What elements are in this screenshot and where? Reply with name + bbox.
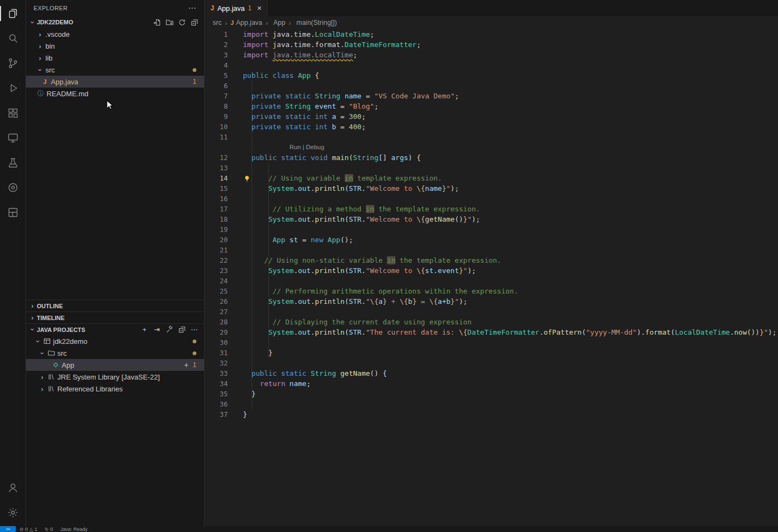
code-line-16[interactable]: 16 [205, 194, 778, 204]
code-line-31[interactable]: 31 } [205, 348, 778, 358]
code-line-19[interactable]: 19 [205, 224, 778, 235]
code-line-23[interactable]: 23 System.out.println(STR."Welcome to \{… [205, 265, 778, 276]
item-label: jdk22demo [53, 337, 88, 345]
java-project-item-app[interactable]: App+1 [26, 359, 204, 371]
code-editor[interactable]: 1import java.time.LocalDateTime;2import … [205, 29, 778, 526]
library-icon [47, 373, 56, 381]
activity-bar-tool-circle[interactable] [0, 175, 25, 200]
new-file-icon[interactable] [151, 17, 162, 28]
code-line-24[interactable]: 24 [205, 276, 778, 286]
java-project-item-referenced-libraries[interactable]: ›Referenced Libraries [26, 383, 204, 395]
activity-bar-extensions[interactable] [0, 101, 25, 125]
export-icon[interactable]: ⇥ [151, 324, 162, 335]
more-actions-icon[interactable]: ⋯ [188, 5, 196, 11]
collapse-all-icon[interactable] [189, 17, 200, 28]
code-line-29[interactable]: 29 System.out.println(STR."The current d… [205, 327, 778, 337]
chevron-right-icon: › [36, 42, 44, 50]
activity-bar-testing[interactable] [0, 150, 25, 175]
activity-bar-run-debug[interactable] [0, 76, 25, 101]
code-line-9[interactable]: 9 private static int a = 300; [205, 111, 778, 122]
refresh-icon[interactable] [176, 17, 187, 28]
sync-status[interactable]: ↻ 0 [41, 526, 57, 532]
code-line-6[interactable]: 6 [205, 81, 778, 91]
section-outline[interactable]: › OUTLINE [26, 300, 204, 311]
code-line-28[interactable]: 28 // Displaying the current date using … [205, 317, 778, 327]
code-line-37[interactable]: 37} [205, 409, 778, 420]
code-line-13[interactable]: 13 [205, 163, 778, 173]
explorer-item-app-java[interactable]: JApp.java1 [26, 76, 204, 88]
line-number: 2 [205, 39, 243, 50]
activity-bar-account[interactable] [0, 475, 25, 500]
activity-bar-remote-explorer[interactable] [0, 125, 25, 150]
code-line-33[interactable]: 33 public static String getName() { [205, 368, 778, 378]
code-line-15[interactable]: 15 System.out.println(STR."Welcome to \{… [205, 183, 778, 194]
java-status[interactable]: Java: Ready [57, 526, 91, 532]
code-line-11[interactable]: 11 [205, 132, 778, 142]
code-line-20[interactable]: 20 App st = new App(); [205, 235, 778, 245]
breadcrumb-separator: › [225, 19, 227, 27]
code-text: // Displaying the current date using exp… [243, 317, 472, 327]
activity-bar-tool-boxes[interactable] [0, 200, 25, 225]
explorer-item-vscode[interactable]: ›.vscode [26, 28, 204, 40]
codelens-run-debug[interactable]: Run | Debug [205, 142, 778, 152]
code-line-27[interactable]: 27 [205, 307, 778, 317]
code-line-5[interactable]: 5public class App { [205, 70, 778, 81]
java-project-item-jdk22demo[interactable]: ›jdk22demo [26, 335, 204, 347]
activity-bar-settings[interactable] [0, 500, 25, 525]
code-line-7[interactable]: 7 private static String name = "VS Code … [205, 91, 778, 101]
code-line-12[interactable]: 12 public static void main(String[] args… [205, 152, 778, 163]
activity-bar-search[interactable] [0, 26, 25, 51]
code-line-4[interactable]: 4 [205, 60, 778, 70]
item-label: .vscode [45, 30, 70, 38]
explorer-item-src[interactable]: ›src [26, 64, 204, 76]
section-java-projects[interactable]: › JAVA PROJECTS +⇥⋯ [26, 323, 204, 335]
timeline-label: TIMELINE [37, 315, 64, 321]
problems-status[interactable]: ⊘ 0 △ 1 [16, 526, 41, 532]
java-project-item-jre-system-library-javase-22[interactable]: ›JRE System Library [JavaSE-22] [26, 371, 204, 383]
activity-bar-source-control[interactable] [0, 51, 25, 76]
line-number: 19 [205, 224, 243, 235]
breadcrumb-app-java[interactable]: JApp.java [230, 19, 262, 26]
code-line-22[interactable]: 22 // Using non-static variable in the t… [205, 255, 778, 265]
code-line-8[interactable]: 8 private String event = "Blog"; [205, 101, 778, 111]
collapse-all-icon[interactable] [176, 324, 187, 335]
breadcrumb-main-string[interactable]: main(String[]) [294, 19, 337, 26]
codelens-label[interactable]: Run | Debug [243, 142, 324, 152]
build-icon[interactable] [164, 324, 175, 335]
activity-bar-explorer[interactable] [0, 1, 25, 26]
breadcrumb-app[interactable]: App [271, 19, 285, 26]
code-line-32[interactable]: 32 [205, 358, 778, 368]
code-line-21[interactable]: 21 [205, 245, 778, 255]
code-line-35[interactable]: 35 } [205, 389, 778, 399]
code-line-25[interactable]: 25 // Performing arithmetic operations w… [205, 286, 778, 296]
tab-app-java[interactable]: J App.java 1 × [205, 0, 268, 16]
remote-indicator[interactable]: >< [0, 526, 16, 532]
java-project-item-src[interactable]: ›src [26, 347, 204, 359]
code-line-3[interactable]: 3import java.time.LocalTime; [205, 50, 778, 60]
plus-icon[interactable]: + [139, 324, 150, 335]
new-folder-icon[interactable] [164, 17, 175, 28]
code-line-18[interactable]: 18 System.out.println(STR."Welcome to \{… [205, 214, 778, 224]
section-timeline[interactable]: › TIMELINE [26, 311, 204, 323]
code-line-10[interactable]: 10 private static int b = 400; [205, 122, 778, 132]
explorer-item-readme-md[interactable]: ⓘREADME.md [26, 88, 204, 99]
code-line-26[interactable]: 26 System.out.println(STR."\{a} + \{b} =… [205, 296, 778, 307]
code-line-36[interactable]: 36 [205, 399, 778, 409]
breadcrumb-src[interactable]: src [213, 19, 222, 26]
code-line-34[interactable]: 34 return name; [205, 378, 778, 389]
sync-count: 0 [50, 527, 53, 532]
java-projects-actions: +⇥⋯ [139, 324, 200, 335]
explorer-item-lib[interactable]: ›lib [26, 52, 204, 64]
close-icon[interactable]: × [257, 5, 262, 11]
section-jdk22demo[interactable]: › JDK22DEMO [26, 16, 204, 28]
more-icon[interactable]: ⋯ [189, 324, 200, 335]
code-line-17[interactable]: 17 // Utilizing a method in the template… [205, 204, 778, 214]
code-line-1[interactable]: 1import java.time.LocalDateTime; [205, 29, 778, 39]
code-line-30[interactable]: 30 [205, 337, 778, 348]
code-text: } [243, 348, 273, 358]
chevron-down-icon: › [29, 18, 37, 26]
explorer-item-bin[interactable]: ›bin [26, 40, 204, 52]
add-icon[interactable]: + [184, 361, 188, 369]
code-line-2[interactable]: 2import java.time.format.DateTimeFormatt… [205, 39, 778, 50]
code-line-14[interactable]: 14 // Using variable in template express… [205, 173, 778, 183]
